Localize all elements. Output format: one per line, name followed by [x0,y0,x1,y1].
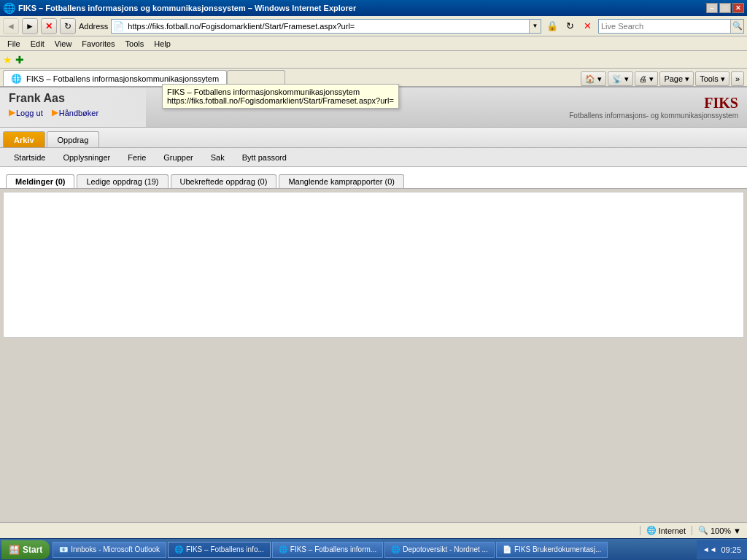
tab-ubekreftede-oppdrag[interactable]: Ubekreftede oppdrag (0) [171,174,277,188]
address-input[interactable] [125,21,529,31]
stop-icon-btn[interactable]: ✕ [579,18,595,34]
tab-icon: 🌐 [11,74,22,84]
address-label: Address [79,22,108,31]
logout-link[interactable]: ▶ Logg ut [9,108,43,117]
secure-icon: 🔒 [544,18,560,34]
menu-file[interactable]: File [3,38,25,50]
search-button[interactable]: 🔍 [730,20,743,33]
minimize-button[interactable]: – [706,3,718,13]
add-tab-icon[interactable]: ✚ [15,54,24,66]
menu-bytt-passord[interactable]: Bytt passord [234,150,295,165]
tab-arkiv[interactable]: Arkiv [3,131,45,147]
title-bar-left: 🌐 FIKS – Fotballens informasjons og komm… [3,2,356,14]
tab-meldinger[interactable]: Meldinger (0) [6,174,74,188]
menu-opplysninger[interactable]: Opplysninger [55,150,118,165]
print-button[interactable]: 🖨 ▾ [635,71,658,86]
page-label: Page ▾ [664,74,689,84]
browser-icon: 🌐 [3,2,15,14]
extend-button[interactable]: » [731,71,744,86]
content-tabs: Meldinger (0) Ledige oppdrag (19) Ubekre… [0,167,747,189]
search-box: 🔍 [598,19,744,34]
stop-button[interactable]: ✕ [41,18,57,34]
address-dropdown-button[interactable]: ▼ [529,20,541,33]
tab-manglende-kamprapporter[interactable]: Manglende kamprapporter (0) [279,174,404,188]
tab-label: FIKS – Fotballens informasjonskommunikas… [26,74,219,83]
browser-toolbar: ◄ ► ✕ ↻ Address 📄 ▼ 🔒 ↻ ✕ 🔍 [0,16,747,36]
menu-ferie[interactable]: Ferie [120,150,154,165]
page-icon: 📄 [112,21,125,31]
menu-view[interactable]: View [50,38,77,50]
tooltip-line2: https://fiks.fotball.no/Fogisdomarklient… [167,96,394,105]
handbook-link[interactable]: ▶ Håndbøker [52,108,98,117]
tooltip-line1: FIKS – Fotballens informasjonskommunikas… [167,88,394,96]
close-button[interactable]: ✕ [732,3,744,13]
refresh-icon-btn[interactable]: ↻ [562,18,578,34]
search-input[interactable] [599,21,730,31]
tools-label: Tools ▾ [700,74,725,84]
forward-button[interactable]: ► [22,18,38,34]
header-links: ▶ Logg ut ▶ Håndbøker [9,108,137,117]
title-bar: 🌐 FIKS – Fotballens informasjons og komm… [0,0,747,16]
menu-bar: File Edit View Favorites Tools Help [0,36,747,51]
handbook-arrow-icon: ▶ [52,108,58,117]
menu-edit[interactable]: Edit [26,38,49,50]
favorites-bar: ★ ✚ [0,51,747,69]
menu-tools[interactable]: Tools [121,38,149,50]
main-area [3,192,744,338]
user-name: Frank Aas [9,92,137,105]
tab-oppdrag[interactable]: Oppdrag [47,131,100,147]
menu-grupper[interactable]: Grupper [155,150,201,165]
menu-sak[interactable]: Sak [203,150,233,165]
menu-favorites[interactable]: Favorites [77,38,119,50]
fiks-tagline: Fotballens informasjons- og kommunikasjo… [569,112,738,120]
logout-arrow-icon: ▶ [9,108,15,117]
feeds-button[interactable]: 📡 ▾ [608,71,633,86]
tools-button[interactable]: Tools ▾ [695,71,729,86]
restore-button[interactable]: □ [719,3,731,13]
app-menu: Startside Opplysninger Ferie Grupper Sak… [0,148,747,167]
window-title: FIKS – Fotballens informasjons og kommun… [18,4,356,12]
tooltip-popup: FIKS – Fotballens informasjonskommunikas… [162,84,399,109]
menu-help[interactable]: Help [150,38,175,50]
menu-startside[interactable]: Startside [6,150,53,165]
app-header-left: Frank Aas ▶ Logg ut ▶ Håndbøker [0,88,146,127]
back-button[interactable]: ◄ [3,18,19,34]
handbook-label: Håndbøker [59,109,98,117]
app-nav: Arkiv Oppdrag [0,128,747,148]
fiks-logo: FIKS [569,95,738,112]
home-button[interactable]: 🏠 ▾ [581,71,606,86]
logout-label: Logg ut [16,109,43,117]
favorites-star-icon[interactable]: ★ [3,54,12,66]
refresh-button[interactable]: ↻ [60,18,76,34]
address-input-wrap: 📄 ▼ [111,19,541,34]
title-bar-controls: – □ ✕ [706,3,744,13]
page-button[interactable]: Page ▾ [659,71,694,86]
browser-nav-right: 🏠 ▾ 📡 ▾ 🖨 ▾ Page ▾ Tools ▾ » [581,71,744,86]
browser-toolbar-icons: 🔒 ↻ ✕ [544,18,595,34]
address-bar: Address 📄 ▼ [79,19,541,34]
tab-ledige-oppdrag[interactable]: Ledige oppdrag (19) [77,174,168,188]
